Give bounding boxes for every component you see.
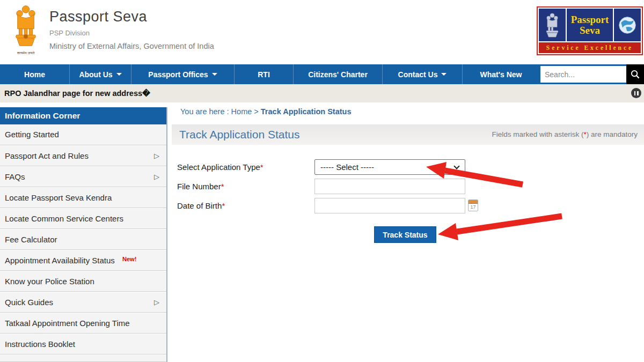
sidebar-item-label: Appointment Availability Status bbox=[5, 256, 115, 265]
expand-arrow-icon bbox=[154, 292, 159, 312]
nav-item-citizens-charter[interactable]: Citizens' Charter bbox=[294, 64, 383, 84]
ministry-subtitle: Ministry of External Affairs, Government… bbox=[49, 42, 214, 50]
logo-title-line1: Passport bbox=[571, 14, 609, 25]
expand-arrow-icon bbox=[154, 146, 159, 166]
main-navigation: Home About Us Passport Offices RTI Citiz… bbox=[0, 64, 644, 84]
sidebar-item-label: Fee Calculator bbox=[5, 235, 57, 244]
nav-item-rti[interactable]: RTI bbox=[235, 64, 294, 84]
calendar-day: 17 bbox=[469, 204, 478, 211]
logo-band-text: Service Excellence bbox=[539, 42, 641, 53]
globe-icon bbox=[618, 16, 637, 35]
chevron-down-icon bbox=[441, 73, 447, 76]
sidebar-item-label: Tatkaal Appointment Opening Time bbox=[5, 319, 130, 328]
expand-arrow-icon bbox=[154, 167, 159, 187]
chevron-down-icon bbox=[212, 73, 217, 76]
sidebar-item-label: Locate Common Service Centers bbox=[5, 214, 123, 223]
application-type-label: Select Application Type* bbox=[177, 159, 264, 175]
page-title-bar: Track Application Status Fields marked w… bbox=[172, 124, 644, 145]
sidebar-item-label: FAQs bbox=[5, 172, 25, 181]
chevron-down-icon bbox=[453, 163, 459, 169]
required-asterisk: * bbox=[222, 201, 225, 210]
ashoka-emblem-icon bbox=[10, 3, 41, 48]
nav-item-home[interactable]: Home bbox=[0, 64, 70, 84]
required-asterisk: * bbox=[260, 162, 264, 172]
select-value: ----- Select ----- bbox=[320, 162, 374, 172]
sidebar-item-quick-guides[interactable]: Quick Guides bbox=[0, 292, 166, 313]
track-status-button[interactable]: Track Status bbox=[374, 226, 436, 243]
breadcrumb-current: Track Application Status bbox=[261, 107, 352, 116]
required-asterisk: * bbox=[221, 182, 224, 191]
sidebar-item-instructions-booklet[interactable]: Instructions Booklet bbox=[0, 334, 166, 354]
nav-item-label: RTI bbox=[258, 70, 270, 79]
sidebar-item-getting-started[interactable]: Getting Started bbox=[0, 124, 166, 145]
breadcrumb-prefix: You are here : bbox=[180, 107, 231, 116]
pause-icon bbox=[637, 91, 639, 95]
nav-item-contact-us[interactable]: Contact Us bbox=[383, 64, 463, 84]
search-icon bbox=[630, 69, 640, 79]
sidebar-item-label: Know your Police Station bbox=[5, 277, 94, 286]
sidebar-item-locate-psk[interactable]: Locate Passport Seva Kendra bbox=[0, 187, 166, 208]
service-excellence-logo: Passport Seva Service Excellence bbox=[537, 6, 643, 55]
nav-item-whats-new[interactable]: What's New bbox=[463, 64, 539, 84]
news-ticker: RPO Jalandhar page for new address� bbox=[0, 84, 644, 102]
sidebar-information-corner: Information Corner Getting Started Passp… bbox=[0, 102, 167, 362]
breadcrumb-separator: > bbox=[252, 107, 261, 116]
search-input[interactable] bbox=[540, 66, 626, 83]
sidebar-item-fee-calculator[interactable]: Fee Calculator bbox=[0, 229, 166, 250]
mandatory-fields-note: Fields marked with asterisk (*) are mand… bbox=[492, 124, 638, 145]
sidebar-item-know-your-police-station[interactable]: Know your Police Station bbox=[0, 271, 166, 292]
date-of-birth-label: Date of Birth* bbox=[177, 198, 225, 213]
page-title: Track Application Status bbox=[179, 124, 300, 145]
nav-item-label: What's New bbox=[480, 70, 522, 79]
page-header: सत्यमेव जयते Passport Seva PSP Division … bbox=[0, 0, 644, 64]
ashoka-emblem: सत्यमेव जयते bbox=[10, 3, 42, 55]
calendar-icon[interactable]: 17 bbox=[468, 200, 478, 211]
sidebar-item-locate-csc[interactable]: Locate Common Service Centers bbox=[0, 208, 166, 229]
sidebar-item-label: Instructions Booklet bbox=[5, 339, 75, 349]
nav-item-label: Contact Us bbox=[398, 70, 438, 79]
sidebar-item-cutoff[interactable] bbox=[0, 354, 166, 362]
sidebar-item-passport-act-and-rules[interactable]: Passport Act and Rules bbox=[0, 145, 166, 166]
logo-title-line2: Seva bbox=[580, 25, 600, 36]
pause-ticker-button[interactable] bbox=[631, 88, 641, 98]
sidebar-item-appointment-availability[interactable]: Appointment Availability Status New! bbox=[0, 250, 166, 271]
breadcrumb-home-link[interactable]: Home bbox=[231, 107, 252, 116]
application-type-select[interactable]: ----- Select ----- bbox=[314, 159, 465, 175]
file-number-input[interactable] bbox=[314, 179, 465, 194]
sidebar-item-label: Locate Passport Seva Kendra bbox=[5, 193, 112, 202]
sidebar-title: Information Corner bbox=[0, 107, 166, 124]
logo-emblem-icon bbox=[543, 11, 561, 39]
nav-item-about-us[interactable]: About Us bbox=[70, 64, 131, 84]
search-button[interactable] bbox=[626, 64, 644, 84]
nav-item-label: Home bbox=[24, 70, 45, 79]
nav-item-label: About Us bbox=[79, 70, 112, 79]
sidebar-item-tatkaal-appointment-opening-time[interactable]: Tatkaal Appointment Opening Time bbox=[0, 313, 166, 334]
main-content: You are here : Home > Track Application … bbox=[167, 102, 644, 362]
pause-icon bbox=[634, 91, 636, 95]
app-title: Passport Seva bbox=[49, 9, 214, 25]
nav-item-label: Passport Offices bbox=[148, 70, 208, 79]
nav-item-label: Citizens' Charter bbox=[308, 70, 368, 79]
file-number-label: File Number* bbox=[177, 179, 224, 194]
sidebar-item-label: Getting Started bbox=[5, 130, 59, 139]
ticker-text: RPO Jalandhar page for new address� bbox=[0, 89, 150, 98]
emblem-caption: सत्यमेव जयते bbox=[10, 51, 42, 55]
sidebar-item-label: Passport Act and Rules bbox=[5, 151, 89, 160]
sidebar-item-faqs[interactable]: FAQs bbox=[0, 166, 166, 187]
sidebar-item-label: Quick Guides bbox=[5, 298, 53, 307]
division-subtitle: PSP Division bbox=[49, 29, 214, 37]
nav-item-passport-offices[interactable]: Passport Offices bbox=[131, 64, 235, 84]
date-of-birth-input[interactable] bbox=[314, 198, 465, 213]
new-badge: New! bbox=[122, 256, 136, 262]
chevron-down-icon bbox=[116, 73, 122, 76]
breadcrumb: You are here : Home > Track Application … bbox=[180, 107, 351, 116]
